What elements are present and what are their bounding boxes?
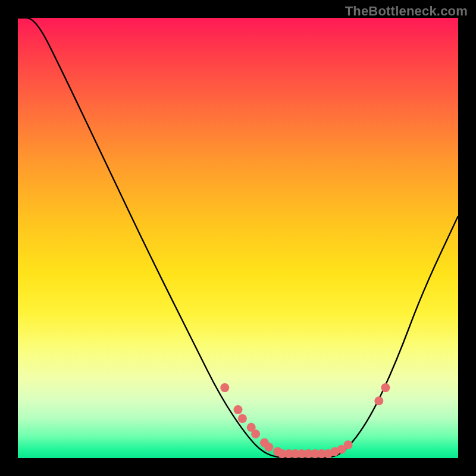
bottleneck-curve bbox=[18, 18, 458, 458]
curve-layer bbox=[18, 18, 458, 458]
data-dot bbox=[251, 430, 260, 439]
data-dots bbox=[220, 383, 390, 458]
data-dot bbox=[238, 414, 247, 423]
plot-area bbox=[18, 18, 458, 458]
data-dot bbox=[264, 443, 273, 452]
data-dot bbox=[220, 383, 229, 392]
data-dot bbox=[234, 405, 243, 414]
data-dot bbox=[381, 383, 390, 392]
chart-frame: TheBottleneck.com bbox=[0, 0, 476, 476]
data-dot bbox=[344, 440, 353, 449]
data-dot bbox=[374, 396, 383, 405]
attribution-label: TheBottleneck.com bbox=[345, 4, 468, 19]
